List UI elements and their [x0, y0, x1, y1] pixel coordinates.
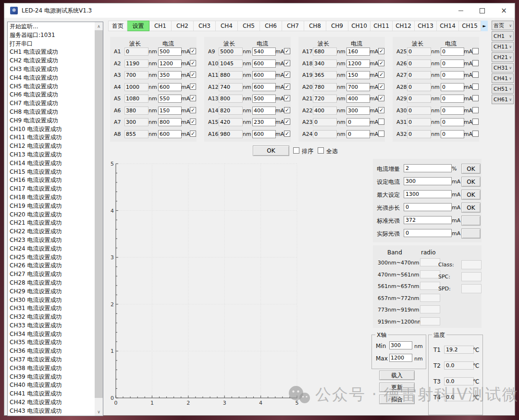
current-input[interactable]	[158, 95, 182, 103]
channel-checkbox[interactable]: ✓	[190, 95, 196, 101]
channel-checkbox[interactable]: ✓	[190, 72, 196, 78]
channel-checkbox[interactable]: ✓	[284, 72, 290, 78]
wavelength-input[interactable]	[407, 71, 431, 79]
channel-checkbox[interactable]	[378, 131, 384, 137]
band-radio-input[interactable]	[420, 282, 440, 290]
log-item[interactable]: CH15 电流设置成功	[8, 168, 95, 177]
log-item[interactable]: CH7 电流设置成功	[8, 99, 95, 108]
channel-checkbox[interactable]	[472, 131, 479, 137]
jump-dropdown-CH41[interactable]: CH41∨	[492, 73, 514, 83]
band-field-input[interactable]	[461, 284, 482, 293]
tab-scroll-right-button[interactable]: ►	[481, 21, 488, 31]
band-radio-input[interactable]	[420, 305, 440, 313]
log-item[interactable]: CH22 电流设置成功	[8, 228, 95, 236]
tab-CH9[interactable]: CH9	[326, 21, 348, 31]
log-item[interactable]: CH18 电流设置成功	[8, 193, 95, 202]
fit-button[interactable]: 拟合	[379, 395, 415, 404]
tab-CH13[interactable]: CH13	[415, 21, 437, 31]
close-button[interactable]: ×	[493, 3, 515, 18]
channel-checkbox[interactable]: ✓	[378, 107, 384, 113]
log-item[interactable]: CH23 电流设置成功	[8, 236, 95, 245]
wavelength-input[interactable]	[219, 83, 243, 91]
log-item[interactable]: CH39 电流设置成功	[8, 373, 95, 382]
wavelength-input[interactable]	[219, 118, 243, 126]
band-radio-input[interactable]	[420, 270, 440, 278]
log-list[interactable]: 开始监听...服务器端口:1031打开串口CH1 电流设置成功CH2 电流设置成…	[7, 22, 103, 416]
tab-设置[interactable]: 设置	[127, 21, 149, 31]
channel-checkbox[interactable]: ✓	[190, 107, 196, 113]
channel-checkbox[interactable]	[472, 60, 479, 66]
wavelength-input[interactable]	[313, 48, 337, 56]
wavelength-input[interactable]	[124, 130, 148, 138]
current-input[interactable]	[252, 95, 276, 103]
log-item[interactable]: CH2 电流设置成功	[8, 57, 95, 65]
tab-CH12[interactable]: CH12	[393, 21, 415, 31]
log-item[interactable]: CH34 电流设置成功	[8, 330, 95, 339]
log-item[interactable]: CH16 电流设置成功	[8, 176, 95, 185]
current-input[interactable]	[252, 107, 276, 115]
wavelength-input[interactable]	[124, 95, 148, 103]
channel-checkbox[interactable]: ✓	[190, 60, 196, 66]
channel-checkbox[interactable]	[472, 95, 479, 101]
wavelength-input[interactable]	[219, 48, 243, 56]
wavelength-input[interactable]	[219, 95, 243, 103]
temperature-input[interactable]	[444, 393, 474, 401]
jump-dropdown-CH61[interactable]: CH61∨	[492, 95, 514, 104]
log-item[interactable]: CH8 电流设置成功	[8, 108, 95, 117]
wavelength-input[interactable]	[124, 107, 148, 115]
wavelength-input[interactable]	[313, 83, 337, 91]
setting-input[interactable]	[404, 229, 452, 237]
setting-input[interactable]	[404, 216, 452, 224]
log-item[interactable]: CH24 电流设置成功	[8, 245, 95, 253]
scroll-up-icon[interactable]: ∧	[95, 22, 103, 30]
current-input[interactable]	[158, 118, 182, 126]
current-input[interactable]	[158, 48, 182, 56]
tab-CH11[interactable]: CH11	[371, 21, 393, 31]
channel-checkbox[interactable]	[472, 84, 479, 90]
wavelength-input[interactable]	[407, 95, 431, 103]
log-item[interactable]: CH26 电流设置成功	[8, 262, 95, 270]
setting-input[interactable]	[404, 177, 452, 185]
log-item[interactable]: CH4 电流设置成功	[8, 74, 95, 83]
log-scrollbar[interactable]: ∧ ∨	[95, 22, 103, 416]
tab-CH2[interactable]: CH2	[172, 21, 194, 31]
wavelength-input[interactable]	[313, 71, 337, 79]
channel-checkbox[interactable]: ✓	[284, 119, 290, 125]
tab-CH8[interactable]: CH8	[304, 21, 326, 31]
band-radio-input[interactable]	[420, 294, 440, 302]
log-item[interactable]: CH20 电流设置成功	[8, 211, 95, 219]
channel-checkbox[interactable]: ✓	[284, 107, 290, 113]
log-item[interactable]: CH35 电流设置成功	[8, 338, 95, 347]
load-button[interactable]: 载入	[379, 371, 415, 380]
tab-CH15[interactable]: CH15	[459, 21, 481, 31]
channel-checkbox[interactable]: ✓	[378, 60, 384, 66]
wavelength-input[interactable]	[313, 107, 337, 115]
channel-checkbox[interactable]: ✓	[284, 131, 290, 137]
log-item[interactable]: CH33 电流设置成功	[8, 322, 95, 330]
log-item[interactable]: CH6 电流设置成功	[8, 91, 95, 99]
current-input[interactable]	[252, 118, 276, 126]
sort-checkbox[interactable]	[293, 147, 299, 154]
log-item[interactable]: CH21 电流设置成功	[8, 219, 95, 228]
setting-ok-button[interactable]	[461, 216, 481, 226]
wavelength-input[interactable]	[124, 118, 148, 126]
tab-CH3[interactable]: CH3	[194, 21, 216, 31]
wavelength-input[interactable]	[219, 60, 243, 68]
temperature-input[interactable]	[444, 346, 474, 354]
temperature-input[interactable]	[444, 361, 474, 370]
setting-ok-button[interactable]: OK	[461, 164, 481, 174]
channel-checkbox[interactable]: ✓	[378, 95, 384, 101]
log-item[interactable]: CH12 电流设置成功	[8, 142, 95, 151]
channel-checkbox[interactable]: ✓	[284, 84, 290, 90]
channel-checkbox[interactable]: ✓	[190, 131, 196, 137]
current-input[interactable]	[346, 130, 370, 138]
current-input[interactable]	[158, 83, 182, 91]
jump-dropdown-CH1[interactable]: CH1∨	[492, 31, 514, 41]
log-item[interactable]: CH3 电流设置成功	[8, 65, 95, 74]
channel-checkbox[interactable]	[472, 119, 479, 125]
wavelength-input[interactable]	[124, 83, 148, 91]
wavelength-input[interactable]	[407, 48, 431, 56]
channel-checkbox[interactable]	[472, 48, 479, 54]
channel-checkbox[interactable]: ✓	[378, 72, 384, 78]
tab-CH10[interactable]: CH10	[348, 21, 371, 31]
